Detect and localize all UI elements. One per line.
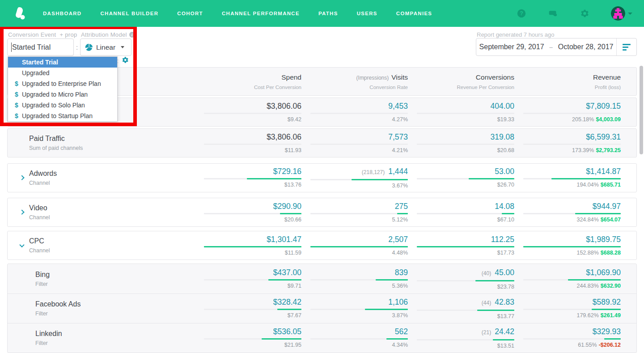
column-header-spend[interactable]: SpendCost Per Conversion (204, 73, 301, 90)
metric-value[interactable]: 9,453 (388, 102, 408, 111)
metric-value[interactable]: $1,301.47 (267, 235, 301, 244)
metric-value[interactable]: 1,106 (388, 298, 408, 306)
help-icon[interactable]: ? (517, 9, 526, 18)
menu-item-upgraded[interactable]: Upgraded (8, 68, 117, 78)
attribution-logo-icon[interactable] (12, 5, 28, 21)
metric-subvalue: 4.34% (392, 342, 408, 348)
row-name: Facebook Ads (35, 300, 204, 308)
metric-bar (417, 113, 514, 114)
conversion-event-label-text: Conversion Event (8, 31, 56, 38)
chevron-down-icon[interactable] (628, 13, 632, 15)
table-row-cpc[interactable]: CPCChannel$1,301.47$11.592,5074.48%112.2… (8, 231, 636, 259)
scrollbar-thumb[interactable] (640, 66, 643, 154)
profit-percent: 324.84% (576, 217, 598, 223)
metric-value[interactable]: $729.16 (273, 167, 301, 176)
nav-item-channel-performance[interactable]: CHANNEL PERFORMANCE (222, 11, 300, 16)
menu-item-upgraded-to-startup-plan[interactable]: $Upgraded to Startup Plan (8, 111, 117, 121)
chevron-right-icon[interactable] (19, 209, 24, 214)
column-header-conversions[interactable]: ConversionsRevenue Per Conversion (417, 73, 514, 90)
metric-value[interactable]: $6,599.31 (586, 132, 621, 141)
column-header-visits[interactable]: (Impressions)VisitsConversion Rate (310, 73, 408, 90)
metric-value[interactable]: 24.42 (495, 327, 514, 336)
metric-value[interactable]: $589.92 (593, 298, 621, 306)
row-subtitle: Channel (29, 180, 204, 186)
chevron-down-icon[interactable] (19, 242, 24, 247)
metric-bar (310, 279, 408, 281)
metric-subvalue: 4.27% (392, 116, 408, 123)
row-card: AdwordsChannel$729.16$13.76(218,127)1,44… (7, 163, 637, 192)
menu-item-upgraded-to-solo-plan[interactable]: $Upgraded to Solo Plan (8, 100, 117, 111)
metric-value[interactable]: $290.90 (273, 202, 301, 211)
metric-value[interactable]: $328.42 (273, 298, 301, 306)
metric-cell: 404.00$19.33 (417, 102, 514, 123)
attribution-model-select[interactable]: Linear (80, 38, 131, 56)
nav-item-companies[interactable]: COMPANIES (396, 11, 432, 16)
date-presets-icon[interactable] (616, 38, 636, 55)
row-name: Linkedin (35, 330, 204, 338)
add-property-link[interactable]: + prop (59, 31, 77, 38)
column-title: Spend (281, 73, 301, 81)
metric-bar (310, 338, 408, 340)
select-caret-icon (121, 46, 124, 48)
menu-item-upgraded-to-micro-plan[interactable]: $Upgraded to Micro Plan (8, 89, 117, 100)
table-row-paid-traffic[interactable]: Paid TrafficSum of paid channels$3,806.0… (8, 129, 636, 157)
metric-value[interactable]: 839 (395, 268, 408, 277)
metric-value[interactable]: 42.83 (495, 298, 514, 306)
metric-value[interactable]: $944.97 (593, 202, 621, 211)
menu-item-label: Upgraded to Startup Plan (22, 112, 93, 119)
user-avatar[interactable] (611, 6, 625, 21)
conversion-event-input[interactable] (7, 38, 74, 56)
metric-value[interactable]: $1,414.87 (586, 167, 621, 176)
metric-value[interactable]: 275 (395, 202, 408, 211)
metric-value[interactable]: 319.08 (490, 132, 514, 141)
table-row-video[interactable]: VideoChannel$290.90$20.662755.12%14.08$6… (8, 198, 636, 226)
metric-value[interactable]: 112.25 (491, 235, 514, 244)
nav-item-users[interactable]: USERS (357, 11, 377, 16)
metric-value[interactable]: $437.00 (273, 268, 301, 277)
metric-value[interactable]: $536.05 (273, 327, 301, 336)
metric-value[interactable]: 1,444 (388, 167, 408, 176)
date-range-picker[interactable]: September 29, 2017 – October 28, 2017 (476, 38, 637, 56)
metric-value[interactable]: 562 (395, 327, 408, 336)
chevron-right-icon[interactable] (19, 175, 24, 180)
profit-percent: 61.55% (578, 342, 597, 348)
nav-item-dashboard[interactable]: DASHBOARD (43, 11, 81, 16)
settings-icon[interactable] (580, 9, 589, 18)
column-header-revenue[interactable]: RevenueProfit (loss) (523, 73, 621, 90)
table-row-linkedin[interactable]: LinkedinFilter$536.05$21.955624.34%(21)2… (8, 323, 636, 353)
nav-item-channel-builder[interactable]: CHANNEL BUILDER (100, 11, 158, 16)
metric-value[interactable]: 45.00 (495, 268, 514, 277)
info-icon[interactable]: i (129, 32, 135, 38)
table-row-facebook-ads[interactable]: Facebook AdsFilter$328.42$7.671,1063.87%… (8, 293, 636, 323)
date-range-end: October 28, 2017 (558, 43, 614, 51)
metric-cell: $589.92179.62%$261.49 (523, 298, 621, 319)
nav-item-cohort[interactable]: COHORT (177, 11, 203, 16)
metric-value[interactable]: 53.00 (495, 167, 514, 176)
metric-value[interactable]: 14.08 (495, 202, 514, 211)
metric-value[interactable]: $1,069.90 (586, 268, 621, 277)
metric-value[interactable]: $7,809.15 (586, 102, 621, 111)
column-subtitle: Cost Per Conversion (204, 85, 301, 90)
metric-value[interactable]: 404.00 (490, 102, 514, 111)
metric-subvalue: 5.36% (392, 283, 408, 289)
metric-value[interactable]: $1,989.75 (586, 235, 621, 244)
menu-item-started-trial[interactable]: Started Trial (8, 57, 117, 68)
menu-item-upgraded-to-enterprise-plan[interactable]: $Upgraded to Enterprise Plan (8, 78, 117, 89)
table-row-adwords[interactable]: AdwordsChannel$729.16$13.76(218,127)1,44… (8, 164, 636, 192)
metric-value[interactable]: $329.93 (593, 327, 621, 336)
chat-icon[interactable] (548, 9, 557, 18)
metric-value[interactable]: 2,507 (388, 235, 408, 244)
metric-value[interactable]: 7,573 (388, 132, 408, 141)
row-name-column: LinkedinFilter (8, 330, 204, 346)
row-name-column: AdwordsChannel (8, 170, 204, 186)
metric-bar (417, 213, 514, 214)
table-row-bing[interactable]: BingFilter$437.00$9.718395.36%(40)45.00$… (8, 264, 636, 293)
nav-item-paths[interactable]: PATHS (318, 11, 338, 16)
metric-cell: $3,806.06$11.93 (204, 132, 301, 153)
metric-bar (310, 179, 408, 180)
metric-cell: 112.25$17.73 (417, 235, 514, 256)
metric-cell: $328.42$7.67 (204, 298, 301, 319)
column-settings-icon[interactable] (121, 56, 128, 64)
menu-item-label: Upgraded to Micro Plan (22, 91, 88, 98)
metric-subvalue: $9.71 (288, 283, 301, 289)
